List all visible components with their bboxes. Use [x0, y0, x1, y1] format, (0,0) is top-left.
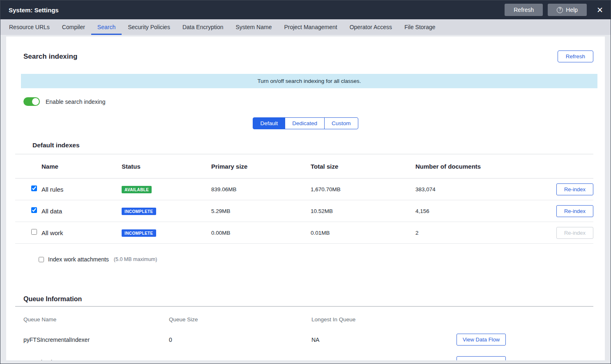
column-total-size: Total size	[311, 163, 415, 170]
segment-default[interactable]: Default	[253, 117, 285, 129]
all-data-checkbox[interactable]	[31, 207, 37, 213]
segment-dedicated[interactable]: Dedicated	[285, 117, 325, 129]
tab-search[interactable]: Search	[91, 19, 122, 35]
index-name: All work	[42, 229, 122, 236]
all-rules-checkbox[interactable]	[31, 185, 37, 191]
status-cell: INCOMPLETE	[122, 207, 211, 215]
reindex-button[interactable]: Re-index	[556, 183, 593, 195]
toggle-knob	[32, 98, 39, 105]
all-work-checkbox[interactable]	[31, 229, 37, 235]
longest-in-queue-value: NA	[311, 337, 457, 343]
queue-row: pyBatchIndexProcessor 0 NA View Data Flo…	[23, 351, 593, 360]
column-documents: Number of documents	[415, 163, 547, 170]
status-badge: INCOMPLETE	[122, 208, 156, 215]
help-icon: ?	[557, 7, 563, 13]
primary-size-value: 0.00MB	[211, 230, 311, 236]
tab-file-storage[interactable]: File Storage	[398, 19, 441, 35]
queue-header-row: Queue Name Queue Size Longest In Queue	[23, 307, 593, 328]
table-header-row: Name Status Primary size Total size Numb…	[15, 154, 593, 179]
enable-indexing-label: Enable search indexing	[46, 98, 106, 105]
action-cell: Re-index	[556, 183, 593, 195]
header-refresh-button[interactable]: Refresh	[505, 4, 543, 16]
status-badge: AVAILABLE	[122, 186, 152, 193]
enable-indexing-row: Enable search indexing	[23, 97, 605, 106]
settings-tabbar: Resource URLs Compiler Search Security P…	[0, 19, 611, 35]
header-help-button[interactable]: ? Help	[548, 4, 587, 16]
documents-value: 2	[415, 230, 547, 236]
tab-security-policies[interactable]: Security Policies	[122, 19, 176, 35]
help-button-label: Help	[566, 7, 578, 13]
table-row: All rules AVAILABLE 839.06MB 1,670.70MB …	[15, 179, 593, 200]
info-banner: Turn on/off search indexing for all clas…	[21, 74, 597, 88]
column-longest-in-queue: Longest In Queue	[311, 316, 457, 323]
queue-table: Queue Name Queue Size Longest In Queue p…	[15, 307, 593, 360]
longest-in-queue-value: NA	[311, 359, 457, 361]
settings-window: System: Settings Refresh ? Help ✕ Resour…	[0, 0, 611, 364]
index-name: All rules	[42, 186, 122, 193]
reindex-button[interactable]: Re-index	[556, 227, 593, 239]
enable-indexing-toggle[interactable]	[23, 97, 40, 106]
panel-refresh-button[interactable]: Refresh	[558, 50, 593, 62]
primary-size-value: 839.06MB	[211, 186, 311, 192]
status-badge: INCOMPLETE	[122, 229, 156, 237]
index-attachments-note: (5.0 MB maximum)	[114, 256, 157, 262]
column-name: Name	[42, 163, 122, 170]
tab-project-management[interactable]: Project Management	[278, 19, 343, 35]
column-status: Status	[122, 163, 211, 170]
index-attachments-label: Index work attachments	[48, 256, 109, 263]
status-cell: AVAILABLE	[122, 185, 211, 193]
total-size-value: 10.52MB	[311, 208, 415, 214]
search-settings-panel: Search indexing Refresh Turn on/off sear…	[6, 37, 605, 360]
index-type-segments: Default Dedicated Custom	[6, 117, 605, 129]
segment-custom[interactable]: Custom	[324, 117, 358, 129]
tab-resource-urls[interactable]: Resource URLs	[3, 19, 56, 35]
column-primary-size: Primary size	[211, 163, 311, 170]
reindex-button[interactable]: Re-index	[556, 205, 593, 217]
row-checkbox-cell	[15, 185, 42, 193]
tab-operator-access[interactable]: Operator Access	[344, 19, 399, 35]
default-indexes-heading: Default indexes	[32, 142, 605, 149]
documents-value: 383,074	[415, 186, 547, 192]
tab-system-name[interactable]: System Name	[230, 19, 278, 35]
view-data-flow-button[interactable]: View Data Flow	[457, 356, 506, 360]
queue-information-heading: Queue Information	[23, 295, 605, 303]
total-size-value: 0.01MB	[311, 230, 415, 236]
queue-name-value: pyBatchIndexProcessor	[23, 359, 169, 361]
window-title: System: Settings	[9, 7, 59, 14]
action-cell: Re-index	[556, 227, 593, 239]
default-indexes-table: Name Status Primary size Total size Numb…	[15, 154, 593, 244]
total-size-value: 1,670.70MB	[311, 186, 415, 192]
queue-name-value: pyFTSIncrementalIndexer	[23, 337, 169, 343]
index-attachments-row: Index work attachments (5.0 MB maximum)	[39, 256, 605, 263]
column-queue-size: Queue Size	[169, 316, 311, 323]
primary-size-value: 5.29MB	[211, 208, 311, 214]
queue-size-value: 0	[169, 337, 311, 343]
window-header: System: Settings Refresh ? Help ✕	[0, 0, 611, 19]
queue-row: pyFTSIncrementalIndexer 0 NA View Data F…	[23, 328, 593, 351]
row-checkbox-cell	[15, 207, 42, 215]
table-row: All data INCOMPLETE 5.29MB 10.52MB 4,156…	[15, 200, 593, 222]
tab-compiler[interactable]: Compiler	[56, 19, 91, 35]
close-icon[interactable]: ✕	[597, 5, 603, 15]
action-cell: Re-index	[556, 205, 593, 217]
view-data-flow-button[interactable]: View Data Flow	[457, 334, 506, 346]
tab-data-encryption[interactable]: Data Encryption	[176, 19, 230, 35]
index-name: All data	[42, 208, 122, 215]
page-head: Search indexing Refresh	[6, 37, 605, 62]
row-checkbox-cell	[15, 229, 42, 236]
documents-value: 4,156	[415, 208, 547, 214]
status-cell: INCOMPLETE	[122, 229, 211, 237]
index-attachments-checkbox[interactable]	[39, 257, 44, 262]
queue-size-value: 0	[169, 359, 311, 361]
column-queue-name: Queue Name	[23, 316, 169, 323]
table-row: All work INCOMPLETE 0.00MB 0.01MB 2 Re-i…	[15, 222, 593, 244]
page-title: Search indexing	[23, 53, 77, 61]
